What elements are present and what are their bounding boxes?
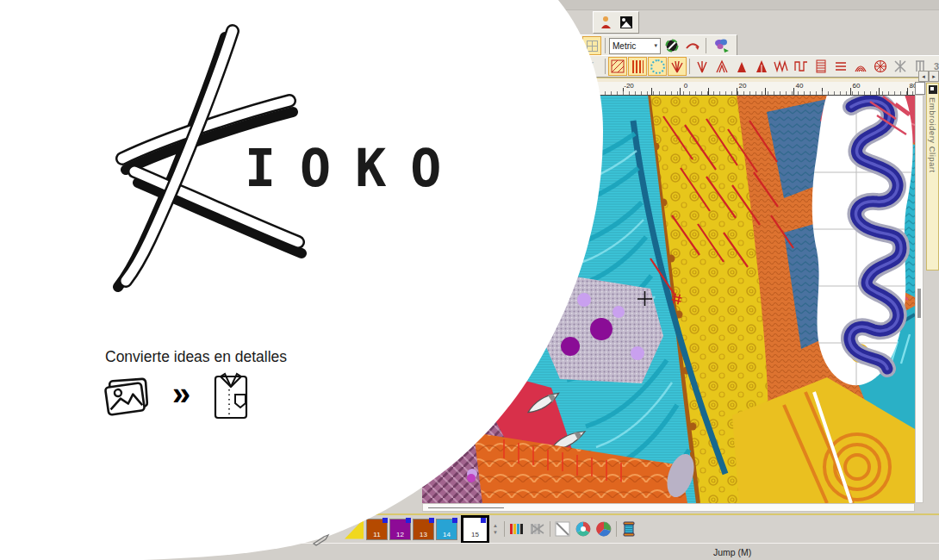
person-icon (600, 16, 613, 29)
fan-stitch-2-button[interactable] (693, 57, 712, 76)
measure-tool-button[interactable] (662, 36, 681, 55)
grid-icon (566, 40, 577, 52)
chip-corner-marker (382, 518, 388, 523)
chip-corner-marker (452, 518, 457, 523)
horizontal-lines-icon (834, 59, 848, 73)
chip-number: 11 (367, 531, 387, 538)
divider (689, 59, 690, 74)
ruler-label: 60 (853, 82, 861, 90)
workflow-icons-row: » (102, 372, 252, 420)
digitize-person-icon[interactable] (596, 13, 615, 32)
palette-spinner[interactable]: ▲ ▼ (493, 523, 498, 535)
panel-scroll-left-button[interactable]: ◂ (918, 71, 929, 82)
ornate-column-button[interactable] (812, 57, 830, 76)
horizontal-scrollbar[interactable] (422, 503, 915, 512)
chip-corner-marker (481, 518, 486, 523)
triangle-outline-icon (715, 59, 729, 73)
chip-number: 15 (465, 531, 485, 538)
ruler-label: 0 (684, 82, 687, 90)
color-wheel-button[interactable] (574, 520, 593, 538)
a-outline-stitch-button[interactable] (712, 57, 731, 76)
crescent-effect-button[interactable]: ☾ (583, 57, 602, 76)
clipart-panel-icon (929, 85, 937, 94)
toolbar-row-2: Metric ▾ (558, 34, 737, 57)
thread-chart-disabled-icon (530, 522, 545, 536)
vertical-scrollbar[interactable] (915, 95, 923, 503)
shirt-icon (209, 372, 252, 420)
butterfly-icon (712, 38, 731, 53)
cycle-colors-icon (595, 520, 613, 538)
tatami-fill-button[interactable] (608, 57, 627, 76)
cross-stitch-icon (893, 59, 907, 73)
panel-scroll-right-button[interactable]: ▸ (929, 71, 939, 82)
clipart-tool-button[interactable] (710, 36, 734, 55)
status-bar: Jump (M) (0, 543, 939, 560)
thread-chart-disabled-button[interactable] (528, 520, 547, 538)
lace-fill-button[interactable] (558, 57, 577, 76)
status-message: Jump (M) (713, 547, 751, 557)
arc-tool-button[interactable] (683, 36, 702, 55)
fan-arcs-icon (854, 59, 867, 73)
fan-stitch-icon (670, 59, 684, 73)
color-chip-14[interactable]: 14 (437, 520, 457, 539)
color-chip-partial[interactable] (345, 520, 364, 539)
no-color-button[interactable] (553, 520, 572, 538)
thread-chart-button[interactable] (507, 520, 526, 538)
toolbar-row-3: ☾ (555, 55, 939, 78)
logo-wordmark: IOKO (245, 138, 466, 198)
crescent-icon: ☾ (588, 61, 598, 72)
a-filled-2-stitch-button[interactable] (752, 57, 771, 76)
ruler-corner-box (915, 82, 925, 95)
vertical-scroll-thumb[interactable] (917, 289, 921, 318)
embroidery-canvas[interactable] (422, 95, 915, 503)
horizontal-ruler: -20 0 20 40 60 80 (422, 82, 915, 96)
spoke-wheel-icon (874, 59, 887, 73)
thread-spool-button[interactable] (619, 520, 638, 538)
cycle-colors-button[interactable] (594, 520, 613, 538)
thread-chart-icon (509, 522, 525, 536)
satin-lines-icon (632, 60, 644, 73)
line-fill-button[interactable] (831, 57, 850, 76)
dotted-circle-icon (650, 59, 665, 74)
embroidery-clipart-tab-label: Embroidery Clipart (928, 97, 937, 173)
thread-spool-icon (620, 520, 637, 538)
arc-arrow-icon (685, 40, 700, 52)
tagline-text: Convierte ideas en detalles (105, 348, 287, 366)
measure-pen-icon (665, 39, 679, 53)
color-palette-toolbar: 11 12 13 14 15 ▲ ▼ (0, 513, 939, 543)
embroidery-clipart-tab[interactable]: Embroidery Clipart (926, 83, 939, 271)
triangle-filled-icon (735, 59, 749, 73)
spinner-up-icon[interactable]: ▲ (493, 523, 498, 528)
fan-fill-button[interactable] (851, 57, 870, 76)
a-filled-stitch-button[interactable] (732, 57, 751, 76)
units-dropdown[interactable]: Metric ▾ (609, 38, 661, 54)
divider (580, 59, 581, 74)
triangle-filled-2-icon (755, 59, 768, 73)
color-chip-13[interactable]: 13 (414, 520, 433, 539)
bitmap-image-button[interactable] (617, 13, 636, 32)
divider (504, 521, 505, 537)
satin-fill-button[interactable] (628, 57, 647, 76)
wheel-fill-button[interactable] (871, 57, 890, 76)
divider (605, 38, 606, 53)
color-chip-11[interactable]: 11 (367, 520, 387, 539)
squarewave-stitch-button[interactable] (792, 57, 811, 76)
chip-number: 12 (390, 531, 410, 538)
divider (550, 521, 550, 537)
divider (616, 521, 617, 537)
zigzag-stitch-button[interactable] (772, 57, 791, 76)
double-chevron-icon: » (172, 377, 187, 410)
color-chip-15-selected[interactable]: 15 (465, 520, 485, 539)
spinner-down-icon[interactable]: ▼ (493, 530, 498, 535)
color-chip-12[interactable]: 12 (390, 520, 410, 539)
grid-toggle-button[interactable] (562, 36, 581, 55)
grid-snap-button[interactable] (582, 36, 601, 55)
ruler-label: 40 (796, 82, 804, 90)
motif-circle-button[interactable] (648, 57, 667, 76)
cross-stitch-button[interactable] (891, 57, 910, 76)
horizontal-scroll-thumb[interactable] (428, 507, 504, 508)
ornate-column-icon (814, 59, 828, 73)
color-wheel-icon (575, 520, 592, 538)
ruler-label: -20 (624, 82, 634, 90)
fan-stitch-button[interactable] (668, 57, 687, 76)
